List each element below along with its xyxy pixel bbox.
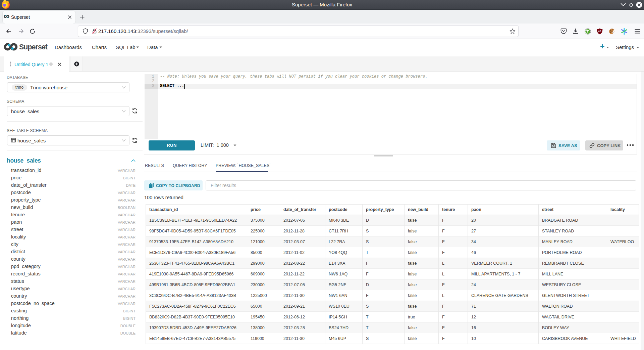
svg-text:uO: uO — [598, 30, 601, 32]
